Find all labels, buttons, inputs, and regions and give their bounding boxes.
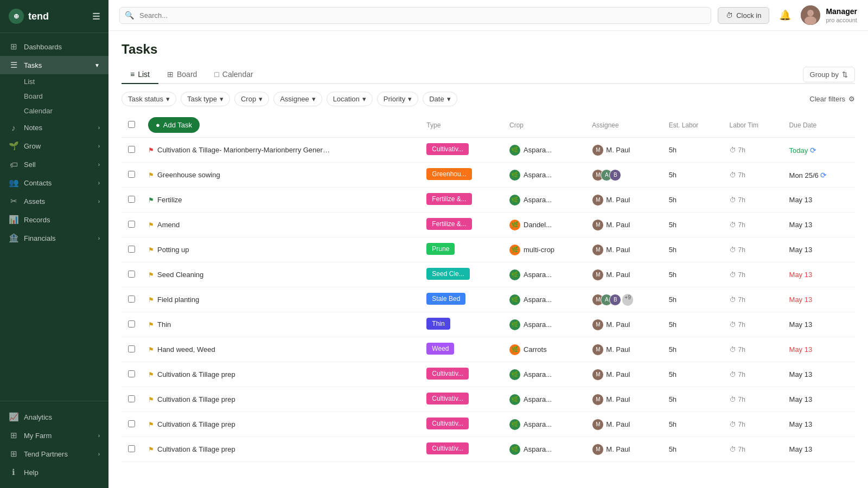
crop-cell: 🌿 Aspara... (503, 387, 585, 412)
crop-cell: 🌿 Carrots (503, 337, 585, 362)
clock-in-button[interactable]: ⏱ Clock in (718, 7, 769, 24)
crop-name: Aspara... (524, 146, 552, 154)
sidebar-item-tend-partners[interactable]: ⊞ Tend Partners › (0, 445, 108, 463)
due-date-value: May 13 (789, 246, 813, 254)
grow-arrow-icon: › (98, 143, 100, 149)
sidebar-subitem-board[interactable]: Board (0, 89, 108, 104)
repeat-icon[interactable]: ⟳ (810, 146, 816, 155)
task-type-cell: Cultivativ... (420, 412, 503, 437)
priority-flag-icon: ⚑ (148, 321, 154, 329)
hamburger-icon[interactable]: ☰ (92, 11, 100, 22)
row-checkbox[interactable] (128, 271, 135, 278)
task-name-text: Fertilize (157, 196, 182, 204)
due-date-value: May 13 (789, 445, 813, 453)
crop-info: 🌿 Carrots (509, 344, 579, 355)
row-checkbox[interactable] (128, 196, 135, 203)
sidebar-item-help[interactable]: ℹ Help (0, 463, 108, 481)
row-checkbox[interactable] (128, 296, 135, 303)
tasks-arrow-icon: ▼ (94, 62, 100, 68)
task-name-cell: ⚑ Field planting (142, 287, 420, 312)
due-date-cell: Today ⟳ (783, 138, 855, 163)
user-profile[interactable]: Manager pro account (801, 5, 857, 25)
add-task-button[interactable]: ● Add Task (148, 117, 200, 133)
row-checkbox-cell (122, 362, 142, 387)
sidebar-item-analytics[interactable]: 📈 Analytics (0, 408, 108, 426)
filter-location[interactable]: Location ▾ (327, 92, 373, 106)
task-name-cell: ⚑ Seed Cleaning (142, 262, 420, 287)
sidebar-item-sell[interactable]: 🏷 Sell › (0, 155, 108, 174)
logo: ⊕ tend ☰ (0, 0, 108, 33)
row-checkbox-cell (122, 337, 142, 362)
notes-icon: ♪ (9, 123, 18, 132)
col-type: Type (420, 113, 503, 138)
est-labor-cell: 5h (662, 412, 723, 437)
assignee-cell: M M. Paul (592, 319, 655, 331)
clear-filters-button[interactable]: Clear filters ⚙ (809, 95, 855, 103)
sidebar-item-contacts[interactable]: 👥 Contacts › (0, 174, 108, 192)
sidebar-subitem-calendar[interactable]: Calendar (0, 104, 108, 118)
filter-priority[interactable]: Priority ▾ (377, 92, 418, 106)
sidebar-item-my-farm[interactable]: ⊞ My Farm › (0, 426, 108, 445)
crop-info: 🌿 Dandel... (509, 220, 579, 230)
row-checkbox[interactable] (128, 345, 135, 352)
tab-list[interactable]: ≡ List (122, 66, 158, 84)
assignee-cell: M M. Paul (592, 419, 655, 431)
row-checkbox[interactable] (128, 146, 135, 153)
row-checkbox[interactable] (128, 370, 135, 377)
due-date-value: May 13 (789, 395, 813, 403)
row-checkbox[interactable] (128, 221, 135, 228)
table-row: ⚑ Cultivation & Tillage prep Cultivativ.… (122, 412, 855, 437)
crop-icon: 🌿 (509, 269, 520, 280)
due-date-cell: May 13 (783, 287, 855, 312)
filter-date[interactable]: Date ▾ (423, 92, 457, 106)
filters-bar: Task status ▾ Task type ▾ Crop ▾ Assigne… (122, 92, 855, 106)
notification-bell-icon[interactable]: 🔔 (776, 6, 794, 24)
row-checkbox[interactable] (128, 320, 135, 328)
row-checkbox[interactable] (128, 246, 135, 253)
task-name: ⚑ Cultivation & Tillage prep (148, 420, 413, 428)
type-badge: Seed Cle... (426, 268, 469, 280)
chevron-down-icon: ▾ (220, 95, 224, 103)
row-checkbox[interactable] (128, 171, 135, 178)
assignee-cell: M M. Paul (592, 369, 655, 381)
filter-assignee[interactable]: Assignee ▾ (273, 92, 322, 106)
table-row: ⚑ Cultivation & Tillage- Marionberry-Mar… (122, 138, 855, 163)
tab-calendar[interactable]: □ Calendar (206, 66, 261, 84)
filter-task-type[interactable]: Task type ▾ (181, 92, 230, 106)
due-date-value: May 13 (789, 370, 813, 378)
labor-time-value: ⏱ 7h (730, 446, 776, 453)
row-checkbox[interactable] (128, 420, 135, 427)
sidebar-item-notes[interactable]: ♪ Notes › (0, 118, 108, 137)
row-checkbox-cell (122, 237, 142, 262)
content-area: Tasks ≡ List ⊞ Board □ Calendar Group by (108, 31, 868, 488)
type-badge: Prune (426, 243, 455, 255)
filter-crop[interactable]: Crop ▾ (234, 92, 269, 106)
sidebar-item-tasks[interactable]: ☰ Tasks ▼ (0, 56, 108, 74)
sidebar-item-records[interactable]: 📊 Records (0, 210, 108, 229)
assignee-name: M. Paul (606, 345, 630, 354)
select-all-checkbox[interactable] (128, 121, 135, 128)
est-labor-cell: 5h (662, 188, 723, 213)
assignee-avatar: M (592, 194, 604, 206)
row-checkbox[interactable] (128, 395, 135, 402)
sidebar-item-label: Dashboards (24, 43, 62, 51)
row-checkbox[interactable] (128, 445, 135, 452)
group-by-button[interactable]: Group by ⇅ (803, 67, 855, 82)
chevron-down-icon: ▾ (408, 95, 412, 103)
sidebar-item-financials[interactable]: 🏦 Financials › (0, 229, 108, 247)
labor-time-value: ⏱ 7h (730, 321, 776, 329)
sidebar-item-label: Sell (24, 160, 36, 169)
logo-icon: ⊕ (9, 9, 24, 24)
tab-board[interactable]: ⊞ Board (158, 66, 206, 84)
sidebar-item-grow[interactable]: 🌱 Grow › (0, 137, 108, 155)
sidebar-subitem-list[interactable]: List (0, 74, 108, 89)
type-badge: Cultivativ... (426, 368, 469, 380)
help-icon: ℹ (9, 467, 18, 477)
sidebar-item-assets[interactable]: ✂ Assets › (0, 192, 108, 210)
sidebar-item-dashboards[interactable]: ⊞ Dashboards (0, 37, 108, 56)
crop-info: 🌿 multi-crop (509, 245, 579, 255)
search-input[interactable] (119, 7, 711, 24)
filter-task-status[interactable]: Task status ▾ (122, 92, 176, 106)
repeat-icon[interactable]: ⟳ (820, 171, 827, 179)
crop-info: 🌿 Aspara... (509, 170, 579, 181)
